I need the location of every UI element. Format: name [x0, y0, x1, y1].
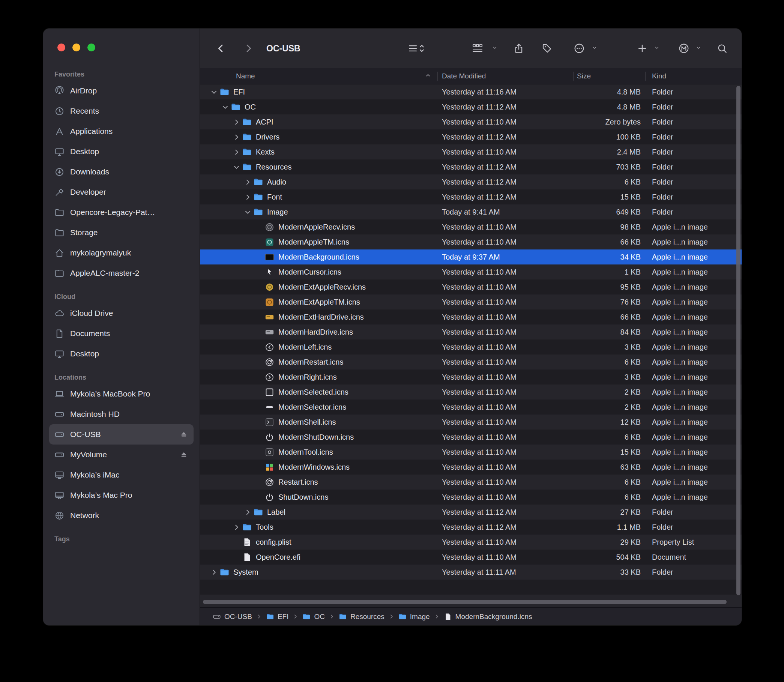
eject-icon[interactable]	[179, 450, 188, 459]
file-row-image[interactable]: Image Today at 9:41 AM 649 KB Folder	[200, 204, 742, 220]
sidebar-item-airdrop[interactable]: AirDrop	[49, 81, 194, 101]
file-row-audio[interactable]: Audio Yesterday at 11:12 AM 6 KB Folder	[200, 174, 742, 190]
group-icon[interactable]	[472, 42, 483, 54]
account-icon[interactable]	[678, 42, 690, 54]
file-name: ShutDown.icns	[278, 493, 328, 502]
disclosure-open-icon[interactable]	[231, 163, 242, 171]
path-item-oc[interactable]: OC	[302, 613, 325, 621]
file-row-shutdown-icns[interactable]: ShutDown.icns Yesterday at 11:10 AM 6 KB…	[200, 489, 742, 505]
file-row-modernrestart-icns[interactable]: ModernRestart.icns Yesterday at 11:10 AM…	[200, 354, 742, 370]
sidebar-item-mykolagrymalyuk[interactable]: mykolagrymalyuk	[49, 243, 194, 263]
file-row-modernapplerecv-icns[interactable]: ModernAppleRecv.icns Yesterday at 11:10 …	[200, 220, 742, 234]
sidebar-item-desktop[interactable]: Desktop	[49, 344, 194, 364]
sidebar-item-icloud-drive[interactable]: iCloud Drive	[49, 303, 194, 323]
add-icon[interactable]	[637, 43, 648, 54]
path-item-oc-usb[interactable]: OC-USB	[213, 613, 252, 621]
file-row-kexts[interactable]: Kexts Yesterday at 11:10 AM 2.4 MB Folde…	[200, 144, 742, 159]
file-row-modernselected-icns[interactable]: ModernSelected.icns Yesterday at 11:10 A…	[200, 384, 742, 400]
disclosure-open-icon[interactable]	[242, 207, 253, 217]
sidebar-item-opencore-legacy-pat[interactable]: Opencore-Legacy-Pat…	[49, 202, 194, 223]
file-row-efi[interactable]: EFI Yesterday at 11:16 AM 4.8 MB Folder	[200, 84, 742, 99]
path-item-image[interactable]: Image	[398, 613, 430, 621]
sidebar-item-applealc-master-2[interactable]: AppleALC-master-2	[49, 263, 194, 283]
horizontal-scrollbar[interactable]	[203, 600, 727, 604]
file-size: 649 KB	[569, 208, 641, 217]
vertical-scrollbar[interactable]	[736, 86, 741, 595]
disclosure-open-icon[interactable]	[220, 102, 231, 112]
sidebar-item-recents[interactable]: Recents	[49, 101, 194, 121]
file-row-modernextapplerecv-icns[interactable]: ModernExtAppleRecv.icns Yesterday at 11:…	[200, 279, 742, 295]
column-header-kind[interactable]: Kind	[652, 72, 666, 80]
file-row-opencore-efi[interactable]: OpenCore.efi Yesterday at 11:10 AM 504 K…	[200, 550, 742, 564]
disclosure-closed-icon[interactable]	[242, 193, 253, 201]
sidebar-item-applications[interactable]: Applications	[49, 121, 194, 142]
add-chevron-down-icon[interactable]	[654, 45, 660, 52]
file-row-drivers[interactable]: Drivers Yesterday at 11:12 AM 100 KB Fol…	[200, 129, 742, 144]
sidebar-item-developer[interactable]: Developer	[49, 182, 194, 202]
view-options-icon[interactable]	[408, 43, 425, 54]
file-row-oc[interactable]: OC Yesterday at 11:12 AM 4.8 MB Folder	[200, 99, 742, 115]
file-row-modernshell-icns[interactable]: ModernShell.icns Yesterday at 11:10 AM 1…	[200, 414, 742, 430]
disclosure-closed-icon[interactable]	[231, 523, 242, 532]
sidebar-item-mykola-s-imac[interactable]: Mykola’s iMac	[49, 465, 194, 485]
file-row-resources[interactable]: Resources Yesterday at 11:12 AM 703 KB F…	[200, 159, 742, 174]
zoom-button[interactable]	[88, 43, 95, 51]
file-row-system[interactable]: System Yesterday at 11:11 AM 33 KB Folde…	[200, 564, 742, 580]
file-row-restart-icns[interactable]: Restart.icns Yesterday at 11:10 AM 6 KB …	[200, 475, 742, 489]
share-icon[interactable]	[513, 43, 524, 54]
disclosure-closed-icon[interactable]	[231, 132, 242, 142]
file-kind: Folder	[652, 178, 673, 186]
file-row-moderncursor-icns[interactable]: ModernCursor.icns Yesterday at 11:10 AM …	[200, 265, 742, 279]
more-options-icon[interactable]	[573, 42, 585, 54]
file-row-modernextappletm-icns[interactable]: ModernExtAppleTM.icns Yesterday at 11:10…	[200, 295, 742, 309]
file-row-config-plist[interactable]: config.plist Yesterday at 11:10 AM 29 KB…	[200, 535, 742, 550]
disclosure-open-icon[interactable]	[208, 88, 220, 96]
sidebar-item-documents[interactable]: Documents	[49, 323, 194, 344]
sidebar-item-macintosh-hd[interactable]: Macintosh HD	[49, 404, 194, 424]
sidebar-item-myvolume[interactable]: MyVolume	[49, 445, 194, 465]
file-row-modernharddrive-icns[interactable]: ModernHardDrive.icns Yesterday at 11:10 …	[200, 325, 742, 339]
column-header-size[interactable]: Size	[577, 72, 591, 80]
sidebar-item-oc-usb[interactable]: OC-USB	[49, 424, 194, 445]
back-icon[interactable]	[215, 43, 226, 54]
file-row-acpi[interactable]: ACPI Yesterday at 11:10 AM Zero bytes Fo…	[200, 115, 742, 129]
file-row-modernshutdown-icns[interactable]: ModernShutDown.icns Yesterday at 11:10 A…	[200, 430, 742, 445]
file-row-font[interactable]: Font Yesterday at 11:12 AM 15 KB Folder	[200, 190, 742, 204]
disclosure-closed-icon[interactable]	[242, 508, 253, 516]
file-row-tools[interactable]: Tools Yesterday at 11:12 AM 1.1 MB Folde…	[200, 519, 742, 535]
forward-icon[interactable]	[243, 43, 254, 54]
sidebar-item-network[interactable]: Network	[49, 505, 194, 526]
path-item-modernbackground-icns[interactable]: ModernBackground.icns	[444, 613, 532, 621]
network-icon	[54, 511, 65, 521]
more-chevron-down-icon[interactable]	[592, 45, 598, 52]
sidebar-item-mykola-s-mac-pro[interactable]: Mykola’s Mac Pro	[49, 485, 194, 505]
file-row-modernleft-icns[interactable]: ModernLeft.icns Yesterday at 11:10 AM 3 …	[200, 339, 742, 354]
file-row-label[interactable]: Label Yesterday at 11:12 AM 27 KB Folder	[200, 505, 742, 519]
file-row-modernright-icns[interactable]: ModernRight.icns Yesterday at 11:10 AM 3…	[200, 370, 742, 384]
path-item-efi[interactable]: EFI	[266, 613, 289, 621]
account-chevron-down-icon[interactable]	[696, 45, 701, 52]
sidebar-item-desktop[interactable]: Desktop	[49, 142, 194, 162]
close-button[interactable]	[57, 43, 65, 51]
column-header-date-modified[interactable]: Date Modified	[442, 72, 486, 80]
file-row-moderntool-icns[interactable]: ModernTool.icns Yesterday at 11:10 AM 15…	[200, 445, 742, 459]
file-row-modernbackground-icns[interactable]: ModernBackground.icns Today at 9:37 AM 3…	[200, 249, 742, 265]
sidebar-item-storage[interactable]: Storage	[49, 223, 194, 243]
eject-icon[interactable]	[179, 430, 188, 439]
file-row-modernwindows-icns[interactable]: ModernWindows.icns Yesterday at 11:10 AM…	[200, 459, 742, 475]
minimize-button[interactable]	[72, 43, 80, 51]
sidebar-item-downloads[interactable]: Downloads	[49, 162, 194, 182]
sidebar-item-mykola-s-macbook-pro[interactable]: Mykola’s MacBook Pro	[49, 384, 194, 404]
file-row-modernextharddrive-icns[interactable]: ModernExtHardDrive.icns Yesterday at 11:…	[200, 309, 742, 325]
tags-icon[interactable]	[541, 43, 553, 54]
disclosure-closed-icon[interactable]	[231, 147, 242, 156]
group-chevron-down-icon[interactable]	[492, 45, 498, 52]
file-row-modernappletm-icns[interactable]: ModernAppleTM.icns Yesterday at 11:10 AM…	[200, 234, 742, 249]
disclosure-closed-icon[interactable]	[208, 567, 220, 577]
column-header-name[interactable]: Name	[236, 72, 255, 80]
path-item-resources[interactable]: Resources	[339, 613, 384, 621]
search-icon[interactable]	[717, 43, 728, 54]
disclosure-closed-icon[interactable]	[231, 118, 242, 126]
disclosure-closed-icon[interactable]	[242, 177, 253, 186]
file-row-modernselector-icns[interactable]: ModernSelector.icns Yesterday at 11:10 A…	[200, 400, 742, 414]
